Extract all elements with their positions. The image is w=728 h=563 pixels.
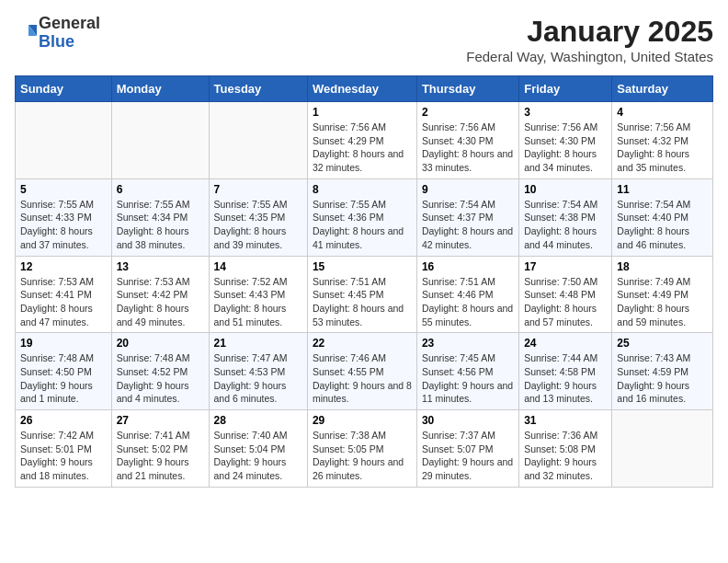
day-info: Sunrise: 7:55 AM Sunset: 4:35 PM Dayligh… [214,198,302,252]
day-info: Sunrise: 7:56 AM Sunset: 4:30 PM Dayligh… [524,121,607,175]
calendar-title: January 2025 [466,15,713,49]
day-info: Sunrise: 7:51 AM Sunset: 4:46 PM Dayligh… [422,275,514,329]
week-row-2: 5Sunrise: 7:55 AM Sunset: 4:33 PM Daylig… [16,178,713,256]
day-cell: 3Sunrise: 7:56 AM Sunset: 4:30 PM Daylig… [519,102,612,179]
day-number: 17 [524,260,607,273]
day-cell: 1Sunrise: 7:56 AM Sunset: 4:29 PM Daylig… [307,102,416,179]
day-cell: 19Sunrise: 7:48 AM Sunset: 4:50 PM Dayli… [16,333,112,410]
day-cell: 30Sunrise: 7:37 AM Sunset: 5:07 PM Dayli… [416,410,518,488]
logo-icon [15,22,37,44]
day-info: Sunrise: 7:37 AM Sunset: 5:07 PM Dayligh… [422,429,514,483]
day-info: Sunrise: 7:51 AM Sunset: 4:45 PM Dayligh… [313,275,412,329]
day-info: Sunrise: 7:56 AM Sunset: 4:29 PM Dayligh… [313,121,412,175]
header-cell-saturday: Saturday [612,76,713,102]
day-info: Sunrise: 7:48 AM Sunset: 4:50 PM Dayligh… [20,351,107,406]
day-info: Sunrise: 7:53 AM Sunset: 4:42 PM Dayligh… [117,275,204,329]
day-cell: 14Sunrise: 7:52 AM Sunset: 4:43 PM Dayli… [209,256,307,333]
day-cell: 24Sunrise: 7:44 AM Sunset: 4:58 PM Dayli… [519,333,612,410]
header-cell-friday: Friday [519,76,612,102]
logo: General Blue [15,15,100,52]
day-info: Sunrise: 7:45 AM Sunset: 4:56 PM Dayligh… [422,351,514,406]
day-cell: 20Sunrise: 7:48 AM Sunset: 4:52 PM Dayli… [111,333,209,410]
day-cell: 29Sunrise: 7:38 AM Sunset: 5:05 PM Dayli… [307,410,416,488]
day-cell: 21Sunrise: 7:47 AM Sunset: 4:53 PM Dayli… [209,333,307,410]
calendar-subtitle: Federal Way, Washington, United States [466,49,713,64]
day-number: 13 [117,260,204,273]
day-number: 30 [422,414,514,427]
day-cell: 26Sunrise: 7:42 AM Sunset: 5:01 PM Dayli… [16,410,112,488]
day-number: 4 [617,106,708,119]
day-info: Sunrise: 7:53 AM Sunset: 4:41 PM Dayligh… [20,275,107,329]
day-number: 6 [117,183,204,196]
page-header: General Blue January 2025 Federal Way, W… [15,15,713,64]
day-number: 29 [313,414,412,427]
week-row-1: 1Sunrise: 7:56 AM Sunset: 4:29 PM Daylig… [16,102,713,179]
day-cell: 11Sunrise: 7:54 AM Sunset: 4:40 PM Dayli… [612,178,713,256]
day-info: Sunrise: 7:36 AM Sunset: 5:08 PM Dayligh… [524,429,607,483]
week-row-4: 19Sunrise: 7:48 AM Sunset: 4:50 PM Dayli… [16,333,713,410]
day-info: Sunrise: 7:55 AM Sunset: 4:36 PM Dayligh… [313,198,412,252]
day-cell: 8Sunrise: 7:55 AM Sunset: 4:36 PM Daylig… [307,178,416,256]
day-cell: 28Sunrise: 7:40 AM Sunset: 5:04 PM Dayli… [209,410,307,488]
day-info: Sunrise: 7:41 AM Sunset: 5:02 PM Dayligh… [117,429,204,483]
day-number: 23 [422,337,514,350]
header-row: SundayMondayTuesdayWednesdayThursdayFrid… [16,76,713,102]
day-cell: 18Sunrise: 7:49 AM Sunset: 4:49 PM Dayli… [612,256,713,333]
day-cell [16,102,112,179]
day-cell: 15Sunrise: 7:51 AM Sunset: 4:45 PM Dayli… [307,256,416,333]
day-cell: 5Sunrise: 7:55 AM Sunset: 4:33 PM Daylig… [16,178,112,256]
day-number: 16 [422,260,514,273]
day-info: Sunrise: 7:38 AM Sunset: 5:05 PM Dayligh… [313,429,412,483]
day-cell: 2Sunrise: 7:56 AM Sunset: 4:30 PM Daylig… [416,102,518,179]
logo-text: General Blue [39,15,100,52]
day-info: Sunrise: 7:54 AM Sunset: 4:37 PM Dayligh… [422,198,514,252]
day-cell: 6Sunrise: 7:55 AM Sunset: 4:34 PM Daylig… [111,178,209,256]
day-info: Sunrise: 7:55 AM Sunset: 4:34 PM Dayligh… [117,198,204,252]
day-info: Sunrise: 7:55 AM Sunset: 4:33 PM Dayligh… [20,198,107,252]
day-cell: 17Sunrise: 7:50 AM Sunset: 4:48 PM Dayli… [519,256,612,333]
day-info: Sunrise: 7:46 AM Sunset: 4:55 PM Dayligh… [313,351,412,406]
day-info: Sunrise: 7:40 AM Sunset: 5:04 PM Dayligh… [214,429,302,483]
day-number: 27 [117,414,204,427]
day-number: 28 [214,414,302,427]
calendar-table: SundayMondayTuesdayWednesdayThursdayFrid… [15,75,713,488]
day-number: 22 [313,337,412,350]
day-number: 5 [20,183,107,196]
day-number: 10 [524,183,607,196]
day-number: 8 [313,183,412,196]
day-number: 7 [214,183,302,196]
day-info: Sunrise: 7:56 AM Sunset: 4:30 PM Dayligh… [422,121,514,175]
day-cell: 13Sunrise: 7:53 AM Sunset: 4:42 PM Dayli… [111,256,209,333]
day-cell: 12Sunrise: 7:53 AM Sunset: 4:41 PM Dayli… [16,256,112,333]
day-info: Sunrise: 7:50 AM Sunset: 4:48 PM Dayligh… [524,275,607,329]
header-cell-monday: Monday [111,76,209,102]
day-cell: 23Sunrise: 7:45 AM Sunset: 4:56 PM Dayli… [416,333,518,410]
day-cell: 16Sunrise: 7:51 AM Sunset: 4:46 PM Dayli… [416,256,518,333]
day-number: 25 [617,337,708,350]
day-info: Sunrise: 7:43 AM Sunset: 4:59 PM Dayligh… [617,351,708,406]
header-cell-wednesday: Wednesday [307,76,416,102]
day-number: 14 [214,260,302,273]
header-cell-tuesday: Tuesday [209,76,307,102]
day-cell: 31Sunrise: 7:36 AM Sunset: 5:08 PM Dayli… [519,410,612,488]
day-number: 26 [20,414,107,427]
header-cell-sunday: Sunday [16,76,112,102]
day-number: 15 [313,260,412,273]
day-number: 20 [117,337,204,350]
day-cell: 27Sunrise: 7:41 AM Sunset: 5:02 PM Dayli… [111,410,209,488]
day-cell: 4Sunrise: 7:56 AM Sunset: 4:32 PM Daylig… [612,102,713,179]
header-cell-thursday: Thursday [416,76,518,102]
day-info: Sunrise: 7:52 AM Sunset: 4:43 PM Dayligh… [214,275,302,329]
day-number: 9 [422,183,514,196]
day-number: 3 [524,106,607,119]
day-info: Sunrise: 7:54 AM Sunset: 4:40 PM Dayligh… [617,198,708,252]
day-info: Sunrise: 7:49 AM Sunset: 4:49 PM Dayligh… [617,275,708,329]
week-row-5: 26Sunrise: 7:42 AM Sunset: 5:01 PM Dayli… [16,410,713,488]
day-info: Sunrise: 7:48 AM Sunset: 4:52 PM Dayligh… [117,351,204,406]
day-number: 19 [20,337,107,350]
day-number: 12 [20,260,107,273]
day-info: Sunrise: 7:44 AM Sunset: 4:58 PM Dayligh… [524,351,607,406]
day-cell: 25Sunrise: 7:43 AM Sunset: 4:59 PM Dayli… [612,333,713,410]
day-info: Sunrise: 7:47 AM Sunset: 4:53 PM Dayligh… [214,351,302,406]
day-number: 18 [617,260,708,273]
